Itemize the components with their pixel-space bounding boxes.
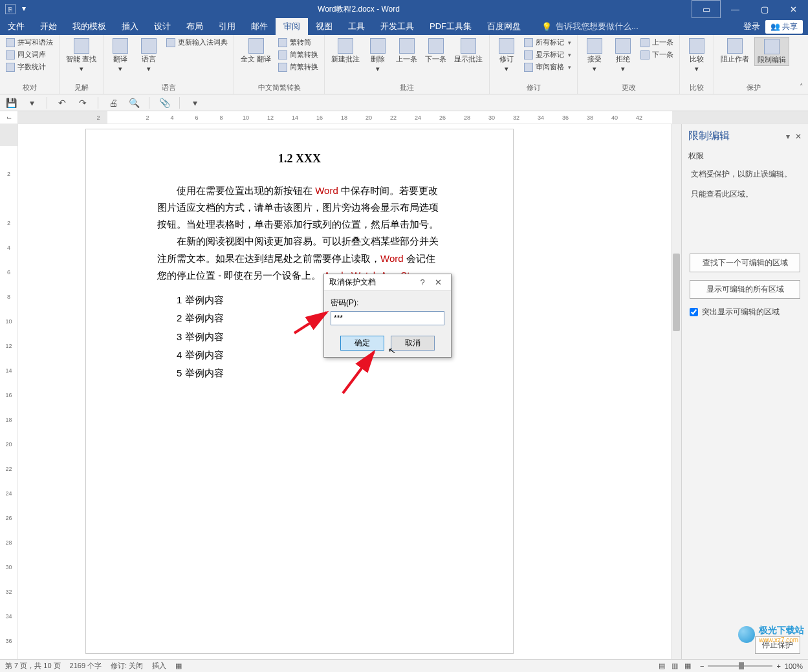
maximize-button[interactable]: ▢	[750, 0, 779, 18]
tab-view[interactable]: 视图	[308, 18, 340, 35]
tab-baidu[interactable]: 百度网盘	[479, 18, 529, 35]
dialog-close-icon[interactable]: ✕	[430, 277, 446, 287]
accept-button[interactable]: 接受▾	[582, 37, 607, 74]
highlight-regions-checkbox[interactable]: 突出显示可编辑的区域	[682, 303, 808, 321]
trad-to-simp-button[interactable]: 繁转简	[276, 37, 320, 48]
print-icon[interactable]: 🖨	[107, 97, 119, 109]
track-changes-button[interactable]: 修订▾	[494, 37, 519, 74]
dropdown-icon[interactable]: ▾	[26, 97, 38, 109]
tell-me-search[interactable]: 💡 告诉我您想要做什么...	[529, 18, 743, 35]
zoom-in-icon[interactable]: +	[776, 662, 780, 670]
web-layout-icon[interactable]: ▦	[684, 662, 691, 670]
pane-text-2: 只能查看此区域。	[682, 184, 808, 204]
checkbox-input[interactable]	[690, 308, 698, 316]
tab-file[interactable]: 文件	[0, 18, 32, 35]
close-button[interactable]: ✕	[779, 0, 808, 18]
ribbon-display-icon[interactable]: ▭	[692, 0, 721, 18]
tab-home[interactable]: 开始	[32, 18, 65, 35]
word-count[interactable]: 2169 个字	[70, 661, 102, 671]
tab-tools[interactable]: 工具	[340, 18, 373, 35]
group-compare: 比较▾ 比较	[680, 35, 714, 94]
group-cn-conversion: 全文 翻译 繁转简 简繁转换 简繁转换 中文简繁转换	[234, 35, 325, 94]
tab-references[interactable]: 引用	[211, 18, 243, 35]
zoom-level[interactable]: 100%	[785, 662, 803, 670]
redo-icon[interactable]: ↷	[77, 97, 89, 109]
tab-review[interactable]: 审阅	[276, 18, 308, 35]
ime-icon	[166, 38, 175, 47]
wordcount-button[interactable]: 字数统计	[4, 61, 55, 72]
dialog-titlebar[interactable]: 取消保护文档 ? ✕	[324, 274, 451, 291]
zoom-out-icon[interactable]: −	[700, 662, 704, 670]
print-layout-icon[interactable]: ▥	[672, 662, 678, 670]
share-label: 共享	[782, 21, 798, 32]
delete-comment-icon	[370, 38, 386, 54]
track-status[interactable]: 修订: 关闭	[111, 661, 143, 671]
insert-mode[interactable]: 插入	[152, 661, 166, 671]
vertical-scrollbar[interactable]	[671, 124, 681, 659]
compare-button[interactable]: 比较▾	[684, 37, 710, 74]
minimize-button[interactable]: —	[721, 0, 750, 18]
smart-lookup-button[interactable]: 智能 查找▾	[63, 37, 99, 74]
scrollbar-thumb[interactable]	[673, 254, 680, 331]
share-button[interactable]: 👥 共享	[765, 20, 803, 34]
tab-mailings[interactable]: 邮件	[243, 18, 276, 35]
prev-comment-button[interactable]: 上一条	[393, 37, 420, 65]
prev-change-button[interactable]: 上一条	[639, 37, 675, 48]
ruler-corner[interactable]: ⌙	[0, 111, 18, 124]
next-change-button[interactable]: 下一条	[639, 49, 675, 60]
tab-developer[interactable]: 开发工具	[373, 18, 422, 35]
document-viewport[interactable]: 1.2 XXX 使用在需要位置出现的新按钮在 Word 中保存时间。若要更改图片…	[18, 124, 671, 659]
show-markup-dropdown[interactable]: 显示标记	[522, 49, 573, 60]
tab-layout[interactable]: 布局	[179, 18, 211, 35]
tab-templates[interactable]: 我的模板	[65, 18, 114, 35]
translate-button[interactable]: 翻译▾	[107, 37, 133, 74]
find-next-region-button[interactable]: 查找下一个可编辑的区域	[690, 254, 800, 272]
next-icon	[428, 38, 444, 54]
full-translate-button[interactable]: 全文 翻译	[238, 37, 274, 65]
undo-icon[interactable]: ↶	[56, 97, 68, 109]
cancel-button[interactable]: 取消	[391, 336, 435, 351]
simp-trad-button[interactable]: 简繁转换	[276, 49, 320, 60]
pane-dropdown-icon[interactable]: ▾	[786, 132, 790, 141]
more-icon[interactable]: ▾	[189, 97, 201, 109]
ruler-scale[interactable]: 224681012141618202224262830323436384042	[18, 111, 808, 124]
document-page: 1.2 XXX 使用在需要位置出现的新按钮在 Word 中保存时间。若要更改图片…	[86, 129, 513, 653]
zoom-slider[interactable]	[708, 665, 772, 667]
ok-button[interactable]: 确定	[340, 336, 384, 351]
save-icon[interactable]: 💾	[5, 97, 17, 109]
read-mode-icon[interactable]: ▤	[659, 662, 665, 670]
restrict-editing-button[interactable]: 限制编辑	[754, 37, 789, 66]
spell-grammar-button[interactable]: 拼写和语法	[4, 37, 55, 48]
convert-button[interactable]: 简繁转换	[276, 61, 320, 72]
language-button[interactable]: 语言▾	[136, 37, 162, 74]
tab-pdf[interactable]: PDF工具集	[422, 18, 479, 35]
login-link[interactable]: 登录	[743, 21, 760, 32]
print-preview-icon[interactable]: 🔍	[128, 97, 140, 109]
review-pane-dropdown[interactable]: 审阅窗格	[522, 61, 573, 72]
tab-design[interactable]: 设计	[146, 18, 179, 35]
tab-insert[interactable]: 插入	[114, 18, 146, 35]
attach-icon[interactable]: 📎	[158, 97, 170, 109]
delete-comment-button[interactable]: 删除▾	[365, 37, 391, 74]
show-all-regions-button[interactable]: 显示可编辑的所有区域	[690, 280, 800, 299]
markup-dropdown[interactable]: 所有标记	[522, 37, 573, 48]
block-authors-button[interactable]: 阻止作者	[718, 37, 752, 65]
pane-subtitle: 权限	[682, 148, 808, 164]
dialog-help-icon[interactable]: ?	[415, 277, 430, 287]
collapse-ribbon-icon[interactable]: ˄	[795, 35, 808, 94]
show-comments-button[interactable]: 显示批注	[452, 37, 485, 65]
password-input[interactable]	[331, 311, 444, 325]
new-comment-button[interactable]: 新建批注	[329, 37, 362, 65]
thesaurus-button[interactable]: 同义词库	[4, 49, 55, 60]
page-indicator[interactable]: 第 7 页，共 10 页	[5, 661, 61, 671]
qat-autosave-icon[interactable]: ⎘	[5, 4, 16, 14]
macro-icon[interactable]: ▦	[175, 662, 182, 670]
ruler-vertical[interactable]: 22468101214161820222426283032343638	[0, 124, 18, 659]
pane-close-icon[interactable]: ✕	[795, 132, 802, 141]
group-label: 保护	[718, 81, 789, 94]
tell-me-placeholder: 告诉我您想要做什么...	[556, 21, 639, 32]
reject-button[interactable]: 拒绝▾	[610, 37, 636, 74]
editor-area: 22468101214161820222426283032343638 1.2 …	[0, 124, 808, 659]
update-ime-button[interactable]: 更新输入法词典	[164, 37, 230, 48]
next-comment-button[interactable]: 下一条	[422, 37, 449, 65]
